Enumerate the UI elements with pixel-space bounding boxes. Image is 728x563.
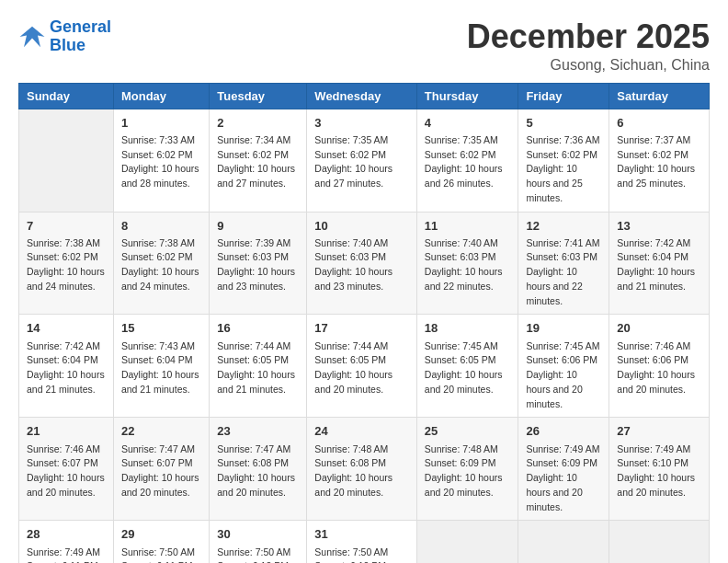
day-info-line: Sunrise: 7:41 AM — [526, 236, 601, 251]
day-info-line: Daylight: 10 hours and 20 minutes. — [314, 368, 409, 397]
day-info-line: Sunset: 6:09 PM — [526, 456, 601, 471]
day-info-line: Sunset: 6:04 PM — [27, 353, 106, 368]
day-info: Sunrise: 7:35 AMSunset: 6:02 PMDaylight:… — [425, 133, 511, 191]
location-subtitle: Gusong, Sichuan, China — [467, 57, 710, 74]
weekday-header-tuesday: Tuesday — [210, 83, 307, 109]
day-info-line: Daylight: 10 hours and 20 minutes. — [121, 471, 201, 500]
day-info-line: Daylight: 10 hours and 25 minutes. — [526, 162, 601, 205]
day-info-line: Sunrise: 7:35 AM — [425, 133, 511, 148]
day-info-line: Daylight: 10 hours and 21 minutes. — [27, 368, 106, 397]
day-info: Sunrise: 7:35 AMSunset: 6:02 PMDaylight:… — [314, 133, 409, 191]
day-info: Sunrise: 7:47 AMSunset: 6:08 PMDaylight:… — [217, 442, 299, 500]
day-info-line: Sunset: 6:07 PM — [121, 456, 201, 471]
calendar-cell: 12Sunrise: 7:41 AMSunset: 6:03 PMDayligh… — [518, 212, 609, 315]
day-info-line: Sunset: 6:02 PM — [217, 148, 299, 163]
logo: General Blue — [18, 18, 111, 55]
calendar-cell: 22Sunrise: 7:47 AMSunset: 6:07 PMDayligh… — [113, 418, 209, 521]
day-info-line: Sunrise: 7:44 AM — [314, 339, 409, 354]
day-info: Sunrise: 7:36 AMSunset: 6:02 PMDaylight:… — [526, 133, 601, 206]
calendar-cell: 7Sunrise: 7:38 AMSunset: 6:02 PMDaylight… — [19, 212, 114, 315]
calendar-cell: 31Sunrise: 7:50 AMSunset: 6:12 PMDayligh… — [307, 521, 417, 563]
day-info-line: Sunrise: 7:48 AM — [314, 442, 409, 457]
day-info-line: Sunset: 6:03 PM — [314, 250, 409, 265]
day-info-line: Daylight: 10 hours and 20 minutes. — [425, 368, 511, 397]
title-block: December 2025 Gusong, Sichuan, China — [467, 18, 710, 74]
day-info: Sunrise: 7:45 AMSunset: 6:06 PMDaylight:… — [526, 339, 601, 412]
day-info-line: Sunrise: 7:47 AM — [121, 442, 201, 457]
day-info-line: Sunset: 6:04 PM — [617, 250, 701, 265]
day-info-line: Sunrise: 7:48 AM — [425, 442, 511, 457]
day-number: 27 — [617, 423, 701, 440]
day-info: Sunrise: 7:34 AMSunset: 6:02 PMDaylight:… — [217, 133, 299, 191]
day-number: 25 — [425, 423, 511, 440]
day-info-line: Daylight: 10 hours and 20 minutes. — [526, 471, 601, 514]
day-info-line: Sunset: 6:03 PM — [526, 250, 601, 265]
calendar-cell: 26Sunrise: 7:49 AMSunset: 6:09 PMDayligh… — [518, 418, 609, 521]
day-info-line: Sunrise: 7:39 AM — [217, 236, 299, 251]
day-info-line: Daylight: 10 hours and 21 minutes. — [121, 368, 201, 397]
weekday-header-saturday: Saturday — [609, 83, 710, 109]
day-info-line: Daylight: 10 hours and 20 minutes. — [425, 471, 511, 500]
day-info-line: Sunrise: 7:46 AM — [27, 442, 106, 457]
calendar-cell: 1Sunrise: 7:33 AMSunset: 6:02 PMDaylight… — [113, 109, 209, 212]
day-info: Sunrise: 7:45 AMSunset: 6:05 PMDaylight:… — [425, 339, 511, 397]
day-info: Sunrise: 7:43 AMSunset: 6:04 PMDaylight:… — [121, 339, 201, 397]
day-info-line: Sunset: 6:05 PM — [217, 353, 299, 368]
calendar-week-row: 21Sunrise: 7:46 AMSunset: 6:07 PMDayligh… — [19, 418, 710, 521]
day-info-line: Sunset: 6:06 PM — [526, 353, 601, 368]
day-number: 22 — [121, 423, 201, 440]
day-number: 8 — [121, 218, 201, 235]
day-number: 20 — [617, 320, 701, 337]
day-info: Sunrise: 7:49 AMSunset: 6:11 PMDaylight:… — [27, 546, 106, 563]
day-info-line: Daylight: 10 hours and 27 minutes. — [314, 162, 409, 191]
calendar-cell: 23Sunrise: 7:47 AMSunset: 6:08 PMDayligh… — [210, 418, 307, 521]
calendar-week-row: 7Sunrise: 7:38 AMSunset: 6:02 PMDaylight… — [19, 212, 710, 315]
day-info: Sunrise: 7:38 AMSunset: 6:02 PMDaylight:… — [27, 236, 106, 294]
day-number: 1 — [121, 115, 201, 132]
day-info-line: Daylight: 10 hours and 21 minutes. — [217, 368, 299, 397]
day-info-line: Sunset: 6:11 PM — [27, 559, 106, 563]
weekday-header-wednesday: Wednesday — [307, 83, 417, 109]
day-info-line: Sunset: 6:02 PM — [314, 148, 409, 163]
day-info-line: Sunset: 6:06 PM — [617, 353, 701, 368]
weekday-header-thursday: Thursday — [416, 83, 518, 109]
day-info-line: Sunset: 6:02 PM — [121, 250, 201, 265]
page-header: General Blue December 2025 Gusong, Sichu… — [18, 18, 710, 74]
day-number: 2 — [217, 115, 299, 132]
day-info-line: Daylight: 10 hours and 20 minutes. — [217, 471, 299, 500]
day-info-line: Daylight: 10 hours and 21 minutes. — [617, 265, 701, 294]
day-number: 23 — [217, 423, 299, 440]
day-info: Sunrise: 7:46 AMSunset: 6:06 PMDaylight:… — [617, 339, 701, 397]
day-number: 11 — [425, 218, 511, 235]
day-info-line: Daylight: 10 hours and 23 minutes. — [314, 265, 409, 294]
day-info-line: Sunset: 6:02 PM — [526, 148, 601, 163]
day-info-line: Sunset: 6:02 PM — [27, 250, 106, 265]
day-number: 13 — [617, 218, 701, 235]
day-info-line: Sunset: 6:12 PM — [217, 559, 299, 563]
day-info-line: Daylight: 10 hours and 24 minutes. — [27, 265, 106, 294]
calendar-cell — [19, 109, 114, 212]
day-info-line: Daylight: 10 hours and 20 minutes. — [27, 471, 106, 500]
day-info-line: Sunrise: 7:49 AM — [27, 546, 106, 560]
day-info: Sunrise: 7:33 AMSunset: 6:02 PMDaylight:… — [121, 133, 201, 191]
day-info-line: Sunset: 6:08 PM — [314, 456, 409, 471]
day-info-line: Daylight: 10 hours and 20 minutes. — [617, 368, 701, 397]
day-number: 31 — [314, 526, 409, 543]
day-info-line: Daylight: 10 hours and 22 minutes. — [425, 265, 511, 294]
day-info: Sunrise: 7:50 AMSunset: 6:11 PMDaylight:… — [121, 546, 201, 563]
calendar-cell: 11Sunrise: 7:40 AMSunset: 6:03 PMDayligh… — [416, 212, 518, 315]
calendar-cell: 27Sunrise: 7:49 AMSunset: 6:10 PMDayligh… — [609, 418, 710, 521]
calendar-cell: 6Sunrise: 7:37 AMSunset: 6:02 PMDaylight… — [609, 109, 710, 212]
day-info-line: Sunset: 6:12 PM — [314, 559, 409, 563]
day-info: Sunrise: 7:44 AMSunset: 6:05 PMDaylight:… — [217, 339, 299, 397]
calendar-cell: 29Sunrise: 7:50 AMSunset: 6:11 PMDayligh… — [113, 521, 209, 563]
calendar-cell: 3Sunrise: 7:35 AMSunset: 6:02 PMDaylight… — [307, 109, 417, 212]
calendar-cell — [609, 521, 710, 563]
calendar-cell: 28Sunrise: 7:49 AMSunset: 6:11 PMDayligh… — [19, 521, 114, 563]
day-info-line: Sunset: 6:10 PM — [617, 456, 701, 471]
day-info-line: Daylight: 10 hours and 27 minutes. — [217, 162, 299, 191]
day-number: 29 — [121, 526, 201, 543]
day-info-line: Sunset: 6:11 PM — [121, 559, 201, 563]
day-info-line: Daylight: 10 hours and 28 minutes. — [121, 162, 201, 191]
day-info-line: Daylight: 10 hours and 23 minutes. — [217, 265, 299, 294]
